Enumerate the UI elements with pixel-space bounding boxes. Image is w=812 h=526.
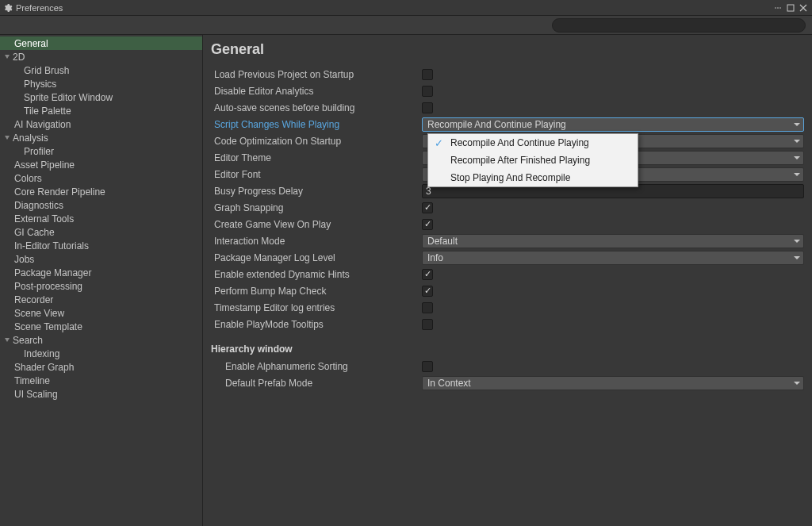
popup-item-label: Recompile And Continue Playing xyxy=(450,137,589,148)
sidebar-item-label: External Tools xyxy=(14,213,74,225)
checkbox[interactable] xyxy=(422,86,433,97)
popup-item[interactable]: Stop Playing And Recompile xyxy=(428,169,638,186)
sidebar-item-shader-graph[interactable]: Shader Graph xyxy=(0,360,202,374)
setting-row: Load Previous Project on Startup xyxy=(211,66,804,83)
setting-label: Code Optimization On Startup xyxy=(211,136,422,147)
setting-label: Create Game View On Play xyxy=(211,219,422,230)
sidebar-item-jobs[interactable]: Jobs xyxy=(0,252,202,266)
checkbox[interactable] xyxy=(422,302,433,313)
setting-label: Load Previous Project on Startup xyxy=(211,69,422,80)
window-menu-button[interactable] xyxy=(772,2,783,13)
sidebar-item-label: Scene Template xyxy=(14,321,82,332)
search-input[interactable] xyxy=(552,18,806,33)
sidebar-item-label: Recorder xyxy=(14,294,53,305)
sidebar-item-sprite-editor-window[interactable]: Sprite Editor Window xyxy=(0,90,202,104)
checkbox[interactable] xyxy=(422,286,433,297)
setting-label: Enable Alphanumeric Sorting xyxy=(211,361,422,372)
sidebar-item-grid-brush[interactable]: Grid Brush xyxy=(0,63,202,77)
sidebar-item-core-render-pipeline[interactable]: Core Render Pipeline xyxy=(0,185,202,198)
svg-point-0 xyxy=(775,7,776,9)
dropdown-value: Recompile And Continue Playing xyxy=(427,119,566,130)
sidebar-item-indexing[interactable]: Indexing xyxy=(0,347,202,360)
foldout-icon[interactable] xyxy=(5,55,10,59)
setting-label: Graph Snapping xyxy=(211,202,422,213)
sidebar-item-ai-navigation[interactable]: AI Navigation xyxy=(0,117,202,131)
setting-row: Script Changes While PlayingRecompile An… xyxy=(211,116,804,132)
sidebar-item-gi-cache[interactable]: GI Cache xyxy=(0,225,202,239)
sidebar-item-colors[interactable]: Colors xyxy=(0,171,202,185)
setting-label: Editor Font xyxy=(211,169,422,180)
sidebar-item-profiler[interactable]: Profiler xyxy=(0,144,202,158)
setting-label: Perform Bump Map Check xyxy=(211,286,422,297)
sidebar-item-external-tools[interactable]: External Tools xyxy=(0,212,202,225)
sidebar: General2DGrid BrushPhysicsSprite Editor … xyxy=(0,35,203,526)
popup-item[interactable]: Recompile After Finished Playing xyxy=(428,152,638,169)
sidebar-item-general[interactable]: General xyxy=(0,36,202,50)
setting-row: Package Manager Log LevelInfo xyxy=(211,249,804,266)
setting-row: Auto-save scenes before building xyxy=(211,99,804,116)
checkbox[interactable] xyxy=(422,102,433,113)
sidebar-item-ui-scaling[interactable]: UI Scaling xyxy=(0,387,202,401)
toolbar xyxy=(0,16,812,35)
sidebar-item-label: Core Render Pipeline xyxy=(14,186,105,198)
sidebar-item-label: GI Cache xyxy=(14,227,55,238)
sidebar-item-diagnostics[interactable]: Diagnostics xyxy=(0,198,202,212)
sidebar-item-label: 2D xyxy=(13,52,25,63)
setting-row: Enable extended Dynamic Hints xyxy=(211,266,804,282)
window-maximize-button[interactable] xyxy=(785,2,796,13)
sidebar-item-physics[interactable]: Physics xyxy=(0,77,202,90)
window-title: Preferences xyxy=(16,3,63,13)
sidebar-item-label: Shader Graph xyxy=(14,362,74,373)
dropdown[interactable]: Default xyxy=(422,234,804,248)
checkbox[interactable] xyxy=(422,269,433,280)
sidebar-item-in-editor-tutorials[interactable]: In-Editor Tutorials xyxy=(0,239,202,252)
check-icon: ✓ xyxy=(435,137,443,149)
foldout-icon[interactable] xyxy=(5,338,10,342)
sidebar-item-timeline[interactable]: Timeline xyxy=(0,374,202,387)
foldout-icon[interactable] xyxy=(5,136,10,140)
sidebar-item-recorder[interactable]: Recorder xyxy=(0,293,202,306)
sidebar-item-label: Profiler xyxy=(24,146,54,157)
content-panel: General Load Previous Project on Startup… xyxy=(203,35,812,526)
sidebar-item-analysis[interactable]: Analysis xyxy=(0,131,202,144)
sidebar-item-label: Search xyxy=(13,335,43,346)
sidebar-item-label: Diagnostics xyxy=(14,200,63,211)
sidebar-item-2d[interactable]: 2D xyxy=(0,50,202,63)
section-header-hierarchy: Hierarchy window xyxy=(211,344,804,355)
sidebar-item-scene-template[interactable]: Scene Template xyxy=(0,320,202,333)
chevron-down-icon xyxy=(794,140,800,143)
checkbox[interactable] xyxy=(422,361,433,372)
chevron-down-icon xyxy=(794,382,800,385)
sidebar-item-asset-pipeline[interactable]: Asset Pipeline xyxy=(0,158,202,171)
sidebar-item-label: UI Scaling xyxy=(14,389,58,400)
sidebar-item-search[interactable]: Search xyxy=(0,333,202,347)
sidebar-item-package-manager[interactable]: Package Manager xyxy=(0,266,202,279)
setting-row: Graph Snapping xyxy=(211,199,804,216)
sidebar-item-post-processing[interactable]: Post-processing xyxy=(0,279,202,293)
setting-label: Busy Progress Delay xyxy=(211,186,422,197)
setting-row: Disable Editor Analytics xyxy=(211,83,804,99)
sidebar-item-label: Tile Palette xyxy=(24,106,71,117)
checkbox[interactable] xyxy=(422,69,433,80)
dropdown[interactable]: Recompile And Continue Playing xyxy=(422,117,804,132)
search-field-wrap xyxy=(552,18,806,33)
dropdown[interactable]: In Context xyxy=(422,376,804,390)
chevron-down-icon xyxy=(794,256,800,259)
dropdown[interactable]: Info xyxy=(422,251,804,265)
sidebar-item-scene-view[interactable]: Scene View xyxy=(0,306,202,320)
sidebar-item-label: Sprite Editor Window xyxy=(24,92,113,103)
setting-row: Default Prefab ModeIn Context xyxy=(211,374,804,391)
sidebar-item-label: Indexing xyxy=(24,348,59,359)
chevron-down-icon xyxy=(794,156,800,159)
sidebar-item-label: Package Manager xyxy=(14,267,91,278)
setting-label: Auto-save scenes before building xyxy=(211,102,422,113)
checkbox[interactable] xyxy=(422,319,433,330)
window-close-button[interactable] xyxy=(798,2,809,13)
sidebar-item-tile-palette[interactable]: Tile Palette xyxy=(0,104,202,117)
svg-point-1 xyxy=(777,7,779,9)
popup-item[interactable]: ✓Recompile And Continue Playing xyxy=(428,134,638,152)
checkbox[interactable] xyxy=(422,202,433,213)
setting-row: Enable Alphanumeric Sorting xyxy=(211,358,804,374)
svg-point-2 xyxy=(779,7,781,9)
checkbox[interactable] xyxy=(422,219,433,230)
